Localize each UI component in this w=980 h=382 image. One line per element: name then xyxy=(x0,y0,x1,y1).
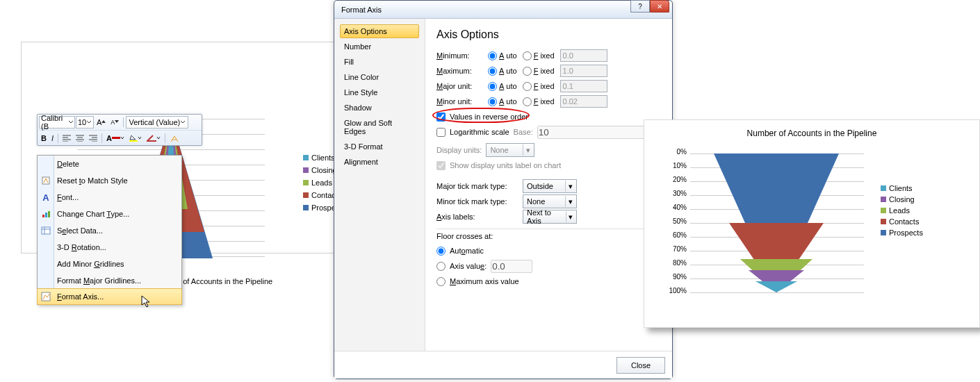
ctx-item[interactable]: 3-D Rotation... xyxy=(38,239,181,256)
grow-font-icon[interactable]: A xyxy=(95,116,108,128)
floor-axis-value-input xyxy=(491,260,532,273)
tick-label: 10% xyxy=(662,162,687,176)
svg-rect-5 xyxy=(129,140,138,142)
log-scale-checkbox[interactable] xyxy=(436,128,446,137)
dialog-tab[interactable]: Line Color xyxy=(340,70,419,84)
legend-item: Clients xyxy=(881,184,923,192)
minor-tick-select[interactable]: None▾ xyxy=(523,194,577,208)
context-menu: DeleteReset to Match StyleAFont...Change… xyxy=(37,155,182,305)
dialog-tab[interactable]: Line Style xyxy=(340,85,419,99)
tick-label: 90% xyxy=(662,273,687,287)
tick-label: 20% xyxy=(662,176,687,190)
reversed-y-axis: 0%10%20%30%40%50%60%70%80%90%100% xyxy=(662,148,687,301)
outline-color-icon[interactable] xyxy=(145,132,163,144)
auto-radio[interactable]: Auto xyxy=(488,67,517,76)
italic-icon[interactable]: I xyxy=(49,132,56,144)
reverse-order-checkbox[interactable] xyxy=(436,113,446,122)
tick-label: 0% xyxy=(662,148,687,162)
dialog-tab[interactable]: Fill xyxy=(340,55,419,69)
help-button[interactable]: ? xyxy=(630,0,650,13)
ctx-item[interactable]: Delete xyxy=(38,156,181,172)
floor-crosses-label: Floor crosses at: xyxy=(436,232,661,240)
tick-label: 100% xyxy=(662,287,687,301)
align-center-icon[interactable] xyxy=(74,132,86,144)
shrink-font-icon[interactable]: A xyxy=(108,116,121,128)
font-name-combo[interactable]: Calibri (B xyxy=(39,116,75,128)
reversed-pyramid xyxy=(714,153,839,292)
floor-max-radio[interactable] xyxy=(436,277,446,286)
chart-panel-reversed: Number of Accounts in the Pipeline 0%10%… xyxy=(644,119,980,328)
svg-rect-8 xyxy=(42,215,44,217)
tick-label: 50% xyxy=(662,217,687,231)
ctx-item[interactable]: Format Major Gridlines... xyxy=(38,272,181,289)
legend-item: Prospects xyxy=(881,229,923,237)
svg-rect-9 xyxy=(45,213,47,217)
dialog-tab[interactable]: Alignment xyxy=(340,155,419,169)
fixed-radio[interactable]: Fixed xyxy=(523,67,555,76)
svg-rect-12 xyxy=(42,292,50,301)
mini-toolbar: Calibri (B 10 A A Vertical (Value) B I A xyxy=(37,114,202,146)
bound-value-input xyxy=(560,49,607,62)
dialog-tab[interactable]: Axis Options xyxy=(340,24,419,38)
fixed-radio[interactable]: Fixed xyxy=(523,82,555,91)
tick-label: 30% xyxy=(662,190,687,204)
format-selection-icon[interactable] xyxy=(168,132,181,144)
ctx-item[interactable]: AFont... xyxy=(38,189,181,206)
floor-axis-value-radio[interactable] xyxy=(436,262,446,271)
dialog-tab[interactable]: Number xyxy=(340,40,419,53)
major-tick-select[interactable]: Outside▾ xyxy=(523,179,577,193)
ctx-item[interactable]: Change Chart Type... xyxy=(38,206,181,222)
show-units-label-checkbox xyxy=(436,161,446,170)
reversed-chart-title: Number of Accounts in the Pipeline xyxy=(644,128,979,138)
dialog-tab[interactable]: Shadow xyxy=(340,101,419,115)
auto-radio[interactable]: Auto xyxy=(488,97,517,106)
tick-label: 60% xyxy=(662,231,687,245)
log-base-input xyxy=(537,126,658,139)
auto-radio[interactable]: Auto xyxy=(488,51,517,60)
axis-labels-select[interactable]: Next to Axis▾ xyxy=(523,210,577,224)
svg-rect-10 xyxy=(48,211,50,217)
dialog-tab[interactable]: Glow and Soft Edges xyxy=(340,116,419,138)
ctx-item[interactable]: Format Axis... xyxy=(37,288,182,305)
tick-label: 70% xyxy=(662,245,687,259)
dialog-title: Format Axis xyxy=(341,6,382,14)
reverse-order-row: Values in reverse order xyxy=(436,109,661,124)
dialog-content: Axis Options Minimum: Auto Fixed Maximum… xyxy=(425,19,672,351)
tick-label: 80% xyxy=(662,259,687,273)
ctx-item[interactable]: Add Minor Gridlines xyxy=(38,256,181,272)
bound-value-input xyxy=(560,80,607,92)
legend-item: Leads xyxy=(881,206,923,215)
legend-item: Contacts xyxy=(881,217,923,226)
chart-element-combo[interactable]: Vertical (Value) xyxy=(126,116,188,128)
fixed-radio[interactable]: Fixed xyxy=(523,97,555,106)
svg-rect-11 xyxy=(42,227,50,234)
tick-label: 40% xyxy=(662,204,687,217)
bold-icon[interactable]: B xyxy=(39,132,49,144)
cursor-icon xyxy=(141,295,154,309)
font-size-combo[interactable]: 10 xyxy=(76,116,94,128)
legend-item: Closing xyxy=(881,195,923,204)
ctx-item[interactable]: Reset to Match Style xyxy=(38,172,181,189)
dialog-tab[interactable]: 3-D Format xyxy=(340,140,419,153)
close-dialog-button[interactable]: Close xyxy=(616,357,665,374)
floor-automatic-radio[interactable] xyxy=(436,247,446,256)
dialog-titlebar: Format Axis ? ✕ xyxy=(334,1,672,19)
font-color-icon[interactable]: A xyxy=(104,132,126,144)
svg-marker-17 xyxy=(756,281,797,292)
close-button[interactable]: ✕ xyxy=(650,0,669,13)
bound-value-input xyxy=(560,95,607,108)
reversed-legend: ClientsClosingLeadsContactsProspects xyxy=(881,184,923,240)
align-left-icon[interactable] xyxy=(60,132,73,144)
format-axis-dialog: Format Axis ? ✕ Axis OptionsNumberFillLi… xyxy=(334,0,673,379)
auto-radio[interactable]: Auto xyxy=(488,82,517,91)
fixed-radio[interactable]: Fixed xyxy=(523,51,555,60)
bound-value-input xyxy=(560,65,607,77)
svg-rect-6 xyxy=(147,140,156,142)
display-units-select: None▾ xyxy=(486,143,534,157)
dialog-left-nav: Axis OptionsNumberFillLine ColorLine Sty… xyxy=(334,19,425,351)
fill-color-icon[interactable] xyxy=(127,132,144,144)
content-heading: Axis Options xyxy=(436,28,661,41)
align-right-icon[interactable] xyxy=(87,132,99,144)
ctx-item[interactable]: Select Data... xyxy=(38,222,181,239)
